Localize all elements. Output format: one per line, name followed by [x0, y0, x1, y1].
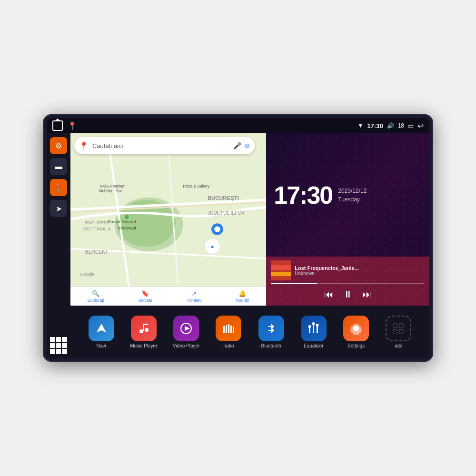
svg-rect-47: [399, 324, 403, 327]
sidebar-folder-button[interactable]: ▬: [50, 158, 67, 175]
map-search-text: Căutați aici: [92, 142, 229, 149]
settings-icon: ⚙: [55, 141, 62, 150]
folder-icon: ▬: [55, 162, 62, 171]
app-tray: Navi Music Player: [70, 306, 429, 358]
back-button[interactable]: ↩: [417, 121, 424, 130]
app-music-player[interactable]: Music Player: [127, 316, 160, 348]
explore-label: Explorați: [88, 298, 104, 303]
sidebar-navi-button[interactable]: ➤: [50, 200, 67, 217]
app-settings[interactable]: Settings: [339, 316, 373, 348]
svg-rect-49: [399, 329, 403, 333]
svg-marker-24: [97, 324, 106, 332]
svg-rect-42: [317, 326, 318, 333]
saved-icon: 🔖: [141, 290, 149, 297]
bluetooth-app-icon: [258, 316, 284, 341]
svg-text:Mobility - Sud: Mobility - Sud: [99, 189, 123, 193]
svg-rect-46: [394, 324, 397, 327]
layers-icon[interactable]: ⊕: [244, 142, 250, 149]
voice-search-icon[interactable]: 🎤: [233, 142, 241, 149]
main-area: ⚙ ▬ 📍 ➤: [47, 133, 429, 358]
svg-text:BERCENI: BERCENI: [85, 249, 107, 255]
status-time: 17:30: [367, 122, 383, 129]
svg-text:BUCUREȘTI: BUCUREȘTI: [208, 195, 239, 201]
app-radio[interactable]: radio: [212, 316, 245, 348]
map-send-button[interactable]: ↗ Trimiteți: [187, 290, 202, 303]
volume-icon: 🔊: [387, 122, 394, 129]
status-bar: 📍 ▼ 17:30 🔊 18 ▭ ↩: [47, 118, 429, 133]
svg-text:JUDEȚUL ILFOV: JUDEȚUL ILFOV: [208, 210, 245, 216]
app-bluetooth[interactable]: Bluetooth: [255, 316, 288, 348]
send-label: Trimiteți: [187, 298, 202, 303]
radio-label: radio: [223, 343, 234, 348]
map-container[interactable]: 📍 Căutați aici 🎤 ⊕: [70, 133, 266, 306]
wifi-icon: ▼: [358, 122, 364, 129]
svg-text:Văcărești: Văcărești: [118, 226, 136, 230]
svg-point-39: [308, 325, 311, 328]
center-content: 📍 Căutați aici 🎤 ⊕: [70, 133, 429, 358]
navi-label: Navi: [97, 343, 106, 348]
navi-app-icon: [89, 316, 114, 341]
svg-rect-33: [228, 324, 229, 333]
map-explore-button[interactable]: 🔍 Explorați: [88, 290, 104, 303]
add-app-icon: [386, 316, 411, 341]
settings-app-icon: [343, 316, 369, 341]
battery-icon: ▭: [408, 122, 414, 129]
map-saved-button[interactable]: 🔖 Salvate: [138, 290, 152, 303]
app-add[interactable]: add: [382, 316, 415, 348]
map-view: BUCUREȘTI JUDEȚUL ILFOV BERCENI BUCUREȘT…: [70, 133, 266, 306]
svg-text:●: ●: [211, 244, 214, 249]
svg-rect-28: [143, 324, 148, 325]
svg-marker-30: [185, 326, 190, 331]
svg-point-15: [125, 215, 129, 219]
svg-rect-31: [223, 326, 225, 333]
svg-text:SECTORUL 4: SECTORUL 4: [83, 227, 110, 231]
top-section: 📍 Căutați aici 🎤 ⊕: [70, 133, 429, 306]
radio-app-icon: [216, 316, 241, 341]
svg-text:AXIS Premium: AXIS Premium: [100, 184, 126, 188]
app-equalizer[interactable]: Equalizer: [297, 316, 330, 348]
svg-text:Google: Google: [80, 272, 95, 277]
device-shell: 📍 ▼ 17:30 🔊 18 ▭ ↩ ⚙ ▬: [43, 114, 433, 362]
battery-level: 18: [398, 122, 404, 129]
media-progress-bar[interactable]: [271, 283, 425, 284]
sidebar-map-button[interactable]: 📍: [50, 179, 67, 196]
svg-rect-40: [313, 325, 314, 333]
svg-point-25: [139, 329, 143, 333]
svg-point-26: [145, 328, 149, 332]
sidebar: ⚙ ▬ 📍 ➤: [47, 133, 70, 358]
navi-icon: ➤: [56, 204, 62, 213]
right-panel: 17:30 2023/12/12 Tuesday: [266, 133, 429, 306]
svg-text:BUCUREȘTI: BUCUREȘTI: [85, 220, 110, 225]
svg-rect-35: [233, 327, 234, 333]
status-left: 📍: [52, 120, 77, 131]
svg-rect-48: [394, 329, 397, 333]
google-maps-pin-icon: 📍: [79, 141, 89, 150]
home-button[interactable]: [52, 120, 63, 131]
app-navi[interactable]: Navi: [85, 316, 118, 348]
video-label: Video Player: [173, 343, 200, 348]
sidebar-settings-button[interactable]: ⚙: [50, 137, 67, 154]
equalizer-label: Equalizer: [304, 343, 324, 348]
map-bottom-bar: 🔍 Explorați 🔖 Salvate ↗ Trimiteți: [70, 287, 266, 306]
svg-point-41: [312, 322, 315, 325]
svg-point-43: [316, 324, 318, 327]
map-search-bar[interactable]: 📍 Căutați aici 🎤 ⊕: [74, 137, 255, 154]
saved-label: Salvate: [138, 298, 152, 303]
map-news-button[interactable]: 🔔 Noutăți: [236, 290, 249, 303]
news-icon: 🔔: [238, 290, 246, 297]
media-progress-fill: [271, 283, 317, 284]
music-label: Music Player: [130, 343, 157, 348]
explore-icon: 🔍: [92, 290, 99, 297]
app-video-player[interactable]: Video Player: [169, 316, 203, 348]
map-search-icons: 🎤 ⊕: [233, 142, 250, 149]
send-icon: ↗: [191, 290, 197, 297]
add-label: add: [395, 343, 403, 348]
sidebar-apps-button[interactable]: [50, 337, 67, 354]
svg-text:Pizza & Bakery: Pizza & Bakery: [183, 184, 210, 188]
music-app-icon: [131, 316, 157, 341]
maps-status-icon: 📍: [68, 121, 77, 130]
settings-label: Settings: [347, 343, 365, 348]
video-app-icon: [173, 316, 199, 341]
svg-rect-32: [226, 325, 227, 333]
equalizer-app-icon: [301, 316, 327, 341]
